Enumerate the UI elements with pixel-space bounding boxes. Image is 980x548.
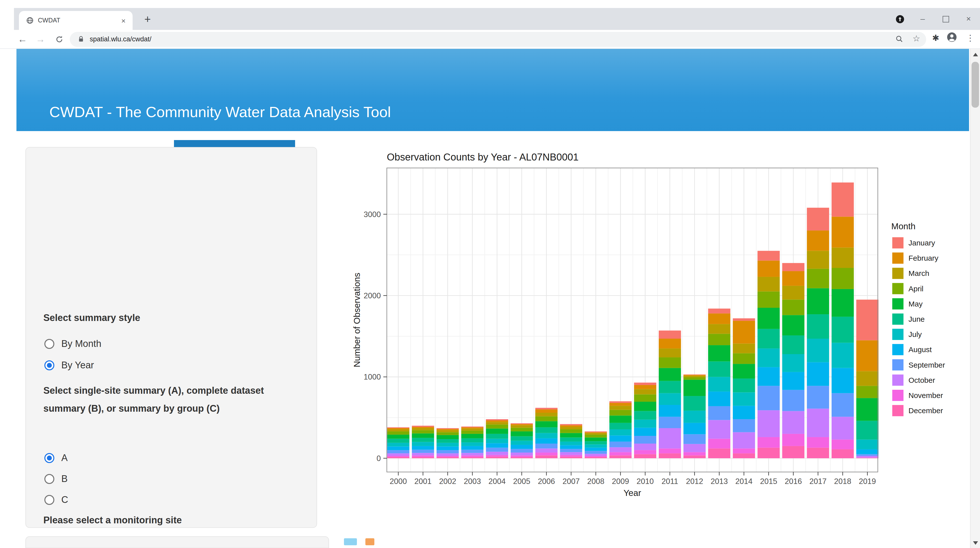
svg-text:2014: 2014 — [735, 477, 752, 486]
svg-text:2018: 2018 — [834, 477, 851, 486]
svg-text:September: September — [908, 361, 945, 369]
below-fold-fragment — [365, 538, 374, 545]
browser-update-icon[interactable] — [888, 8, 911, 30]
svg-text:2019: 2019 — [859, 477, 876, 486]
svg-text:2011: 2011 — [662, 477, 678, 486]
svg-text:Year: Year — [624, 488, 641, 498]
svg-text:2013: 2013 — [711, 477, 728, 486]
svg-text:2003: 2003 — [464, 477, 481, 486]
svg-text:June: June — [908, 315, 925, 323]
svg-text:January: January — [908, 239, 935, 247]
radio-option-a[interactable]: A — [45, 451, 68, 465]
scrollbar-up-arrow[interactable] — [970, 49, 980, 60]
minimize-button[interactable]: – — [911, 8, 934, 30]
address-bar[interactable]: spatial.wlu.ca/cwdat/ ☆ — [70, 32, 926, 47]
scrollbar-thumb[interactable] — [972, 62, 979, 108]
bookmark-star-icon[interactable]: ☆ — [913, 33, 920, 44]
svg-text:April: April — [908, 284, 923, 293]
svg-text:May: May — [908, 300, 923, 308]
page-title: CWDAT - The Community Water Data Analysi… — [49, 104, 391, 121]
site-header: CWDAT - The Community Water Data Analysi… — [16, 49, 969, 131]
svg-text:2000: 2000 — [364, 291, 381, 300]
svg-text:August: August — [908, 345, 932, 354]
svg-text:2012: 2012 — [686, 477, 703, 486]
window-controls: – × — [888, 8, 980, 30]
svg-text:1000: 1000 — [364, 373, 381, 381]
radio-option-by-year[interactable]: By Year — [45, 358, 94, 373]
svg-text:Month: Month — [891, 221, 915, 231]
radio-by-month[interactable] — [45, 339, 54, 349]
svg-text:2017: 2017 — [810, 477, 827, 486]
svg-text:Number of Observations: Number of Observations — [352, 273, 362, 367]
radio-c[interactable] — [45, 495, 54, 505]
radio-option-b[interactable]: B — [45, 472, 68, 486]
profile-avatar[interactable] — [947, 32, 957, 45]
page-scrollbar[interactable] — [970, 49, 980, 548]
back-button[interactable]: ← — [15, 32, 30, 47]
tab-close-icon[interactable]: × — [119, 16, 127, 25]
svg-text:2001: 2001 — [414, 477, 432, 486]
svg-text:2004: 2004 — [488, 477, 506, 486]
sidebar-panel: Select summary style By Month By Year Se… — [25, 147, 317, 528]
svg-text:2005: 2005 — [513, 477, 530, 486]
svg-text:February: February — [908, 254, 939, 262]
below-fold-panel — [25, 536, 329, 548]
observation-counts-chart: 0100020003000200020012002200320042005200… — [329, 145, 957, 508]
browser-tab-strip: CWDAT × + – × — [14, 8, 980, 30]
browser-tab[interactable]: CWDAT × — [19, 11, 133, 30]
svg-text:December: December — [908, 407, 943, 415]
svg-text:July: July — [908, 330, 922, 338]
maximize-button[interactable] — [934, 8, 957, 30]
summary-scope-label: Select single-site summary (A), complete… — [43, 382, 283, 418]
zoom-icon[interactable] — [895, 34, 904, 46]
extensions-icon[interactable]: ✱ — [932, 33, 939, 43]
svg-text:2000: 2000 — [390, 477, 407, 486]
svg-text:0: 0 — [377, 454, 381, 463]
svg-text:March: March — [908, 269, 929, 277]
svg-text:Observation Counts by Year -: Observation Counts by Year - AL07NB0001 — [387, 151, 579, 162]
close-window-button[interactable]: × — [957, 8, 980, 30]
forward-button[interactable]: → — [33, 32, 48, 47]
browser-window: CWDAT × + – × ← → — [0, 0, 980, 548]
browser-toolbar: ← → spatial.wlu.ca/cwdat/ ☆ — [0, 30, 980, 49]
svg-text:2006: 2006 — [538, 477, 555, 486]
svg-text:2002: 2002 — [439, 477, 457, 486]
radio-by-year[interactable] — [45, 361, 54, 370]
svg-text:2009: 2009 — [612, 477, 629, 486]
tab-title: CWDAT — [38, 17, 119, 24]
svg-text:November: November — [908, 391, 943, 399]
browser-menu-icon[interactable]: ⋮ — [966, 33, 975, 43]
reload-button[interactable] — [52, 32, 67, 47]
svg-text:2007: 2007 — [563, 477, 580, 486]
svg-text:3000: 3000 — [364, 210, 381, 219]
monitoring-site-label: Please select a monitoring site — [43, 511, 182, 529]
summary-style-label: Select summary style — [43, 309, 140, 327]
radio-option-by-month[interactable]: By Month — [45, 337, 102, 351]
new-tab-button[interactable]: + — [140, 12, 156, 28]
svg-text:2016: 2016 — [784, 477, 802, 486]
scrollbar-down-arrow[interactable] — [970, 537, 980, 548]
svg-text:October: October — [908, 376, 935, 384]
url-text: spatial.wlu.ca/cwdat/ — [90, 35, 151, 43]
site-favicon-icon — [26, 16, 34, 24]
below-fold-fragment — [344, 538, 357, 545]
padlock-icon — [77, 35, 85, 45]
svg-text:2015: 2015 — [760, 477, 777, 486]
svg-text:2008: 2008 — [587, 477, 605, 486]
radio-b[interactable] — [45, 474, 54, 484]
svg-text:2010: 2010 — [636, 477, 654, 486]
radio-option-c[interactable]: C — [45, 492, 68, 507]
radio-a[interactable] — [45, 453, 54, 463]
